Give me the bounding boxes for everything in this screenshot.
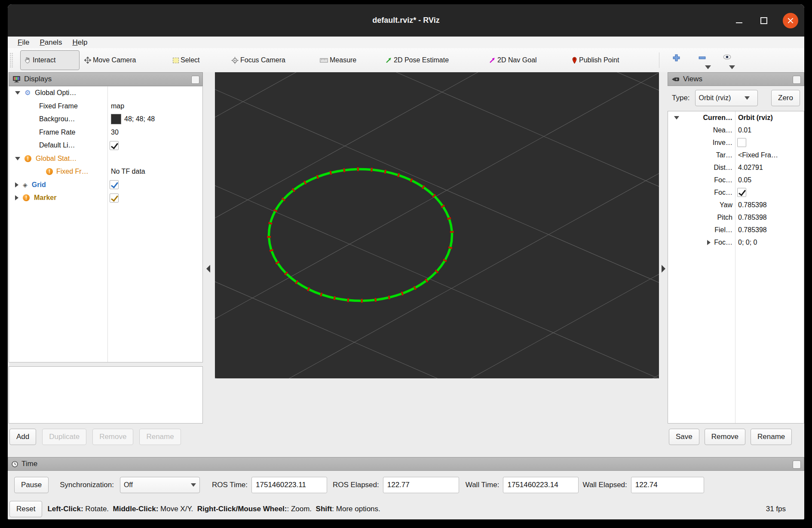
checkbox[interactable] [110,193,119,203]
rename-button[interactable]: Rename [139,429,181,445]
view-row-field-of-view[interactable]: Fiel… 0.785398 [668,224,804,236]
displays-panel-title: Displays [24,75,52,83]
views-float-button[interactable] [793,76,801,84]
camera-visibility-button[interactable] [720,54,733,66]
value-cell[interactable]: 0.785398 [735,226,767,234]
expand-arrow[interactable] [674,116,679,120]
menu-file[interactable]: File [13,37,34,48]
displays-float-button[interactable] [191,76,199,84]
zoom-out-button[interactable] [696,54,708,66]
view-row-target-frame[interactable]: Tar… <Fixed Fra… [668,149,804,161]
checkbox[interactable] [737,188,746,197]
tool-publish-point[interactable]: Publish Point [572,48,619,72]
maximize-icon [760,17,767,24]
tool-measure[interactable]: Measure [320,48,356,72]
value-cell[interactable]: 48; 48; 48 [107,114,155,124]
remove-view-button[interactable]: Remove [705,429,745,445]
view-type-dropdown[interactable]: Orbit (rviz) [695,90,758,106]
value-cell[interactable]: 0.785398 [735,214,767,221]
expand-arrow[interactable] [15,157,20,160]
tool-move-camera[interactable]: Move Camera [84,48,136,72]
collapse-right-panel-arrow[interactable] [662,265,665,273]
column-divider[interactable] [107,86,108,362]
value-cell[interactable]: Orbit (rviz) [735,114,773,122]
3d-viewport[interactable] [215,72,659,378]
view-row-current[interactable]: Curren… Orbit (rviz) [668,111,804,124]
value-cell[interactable]: No TF data [107,168,145,175]
view-row-yaw[interactable]: Yaw 0.785398 [668,199,804,211]
menu-bar: File Panels Help [8,37,804,48]
property-row-marker[interactable]: ! Marker [9,191,202,205]
column-divider[interactable] [735,111,735,423]
checkbox[interactable] [110,141,119,150]
property-row-frame-rate[interactable]: Frame Rate 30 [9,126,202,139]
tool-2d-nav-goal[interactable]: 2D Nav Goal [489,48,537,72]
property-row-grid[interactable]: ◈ Grid [9,178,202,192]
property-row-background[interactable]: Backgrou… 48; 48; 48 [9,113,202,126]
titlebar: default.rviz* - RViz [8,4,804,37]
camera-visibility-dropdown-arrow[interactable] [729,65,735,69]
close-button[interactable] [783,13,798,28]
duplicate-button[interactable]: Duplicate [42,429,86,445]
wall-time-field[interactable]: 1751460223.14 [503,477,579,493]
menu-help[interactable]: Help [67,37,92,48]
tool-label: Select [181,56,199,64]
view-row-focal-shape-size[interactable]: Foc… 0.05 [668,174,804,186]
expand-arrow[interactable] [15,91,20,95]
value-cell[interactable]: map [107,102,124,110]
value-cell[interactable]: 30 [107,129,119,136]
save-view-button[interactable]: Save [669,429,699,445]
view-row-invert-z[interactable]: Inve… [668,136,804,149]
ros-time-field[interactable]: 1751460223.11 [251,477,327,493]
collapse-left-panel-arrow[interactable] [206,265,210,273]
tool-interact[interactable]: Interact [20,50,80,70]
displays-buttons: Add Duplicate Remove Rename [9,429,181,445]
expand-arrow[interactable] [15,195,18,200]
ground-grid [215,72,659,378]
menu-panels[interactable]: Panels [35,37,67,48]
tool-focus-camera[interactable]: Focus Camera [231,48,285,72]
reset-button[interactable]: Reset [9,501,42,517]
view-row-pitch[interactable]: Pitch 0.785398 [668,211,804,224]
time-float-button[interactable] [793,460,801,469]
value-cell[interactable]: 0; 0; 0 [735,239,757,246]
value-cell[interactable]: 0.785398 [735,201,767,209]
type-label: Type: [672,94,690,102]
property-row-default-light[interactable]: Default Li… [9,139,202,152]
property-row-fixed-frame[interactable]: Fixed Frame map [9,100,202,113]
property-row-global-options[interactable]: ⚙ Global Opti… [9,86,202,100]
checkbox[interactable] [737,138,746,147]
expand-arrow[interactable] [707,240,711,245]
checkbox[interactable] [110,180,119,189]
rename-view-button[interactable]: Rename [751,429,792,445]
zoom-in-button[interactable] [670,54,683,66]
value-cell[interactable]: 4.02791 [735,164,763,172]
ros-elapsed-field[interactable]: 122.77 [383,477,459,493]
value-cell[interactable]: 0.05 [735,176,751,184]
value-cell[interactable]: <Fixed Fra… [735,151,778,159]
view-row-focal-point[interactable]: Foc… 0; 0; 0 [668,236,804,249]
tool-label: Measure [330,56,356,64]
value-cell[interactable]: 0.01 [735,126,751,134]
property-row-fixed-frame-status[interactable]: ! Fixed Fr… No TF data [9,165,202,178]
wall-elapsed-field[interactable]: 122.74 [631,477,704,493]
view-row-near-clip[interactable]: Nea… 0.01 [668,124,804,136]
warning-icon: ! [46,168,53,175]
minimize-button[interactable] [733,15,745,27]
remove-button[interactable]: Remove [92,429,133,445]
toolbar-grip[interactable] [9,52,13,68]
tool-2d-pose-estimate[interactable]: 2D Pose Estimate [385,48,449,72]
view-row-focal-shape-fixed[interactable]: Foc… [668,186,804,199]
publish-point-pin-icon [572,57,577,64]
zoom-out-dropdown-arrow[interactable] [705,65,711,69]
sync-dropdown[interactable]: Off [120,477,200,493]
property-row-global-status[interactable]: ! Global Stat… [9,152,202,166]
wall-elapsed-label: Wall Elapsed: [582,481,627,489]
expand-arrow[interactable] [15,182,18,187]
maximize-button[interactable] [758,15,770,27]
tool-select[interactable]: Select [173,48,199,72]
add-button[interactable]: Add [9,429,36,445]
zero-button[interactable]: Zero [771,90,800,106]
pause-button[interactable]: Pause [14,477,49,493]
view-row-distance[interactable]: Dist… 4.02791 [668,161,804,174]
